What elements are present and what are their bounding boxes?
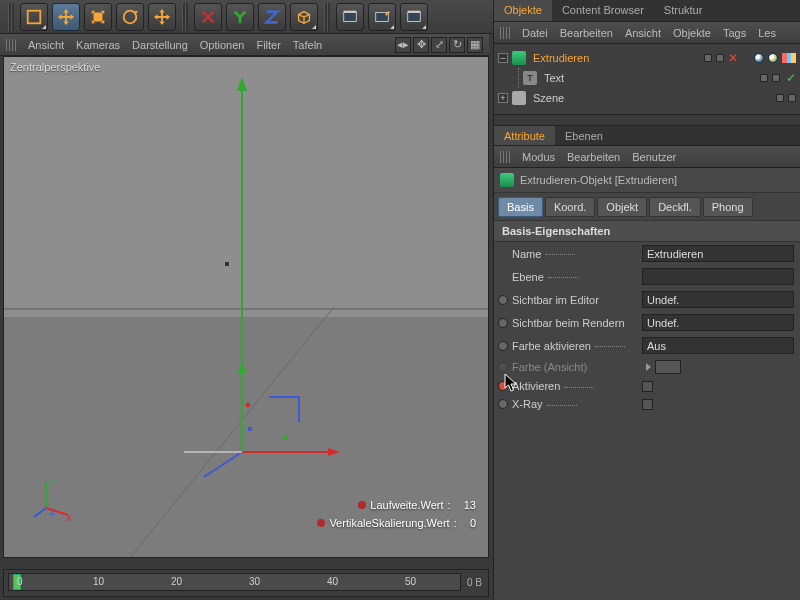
- prop-label: Aktivieren: [512, 380, 638, 392]
- null-icon: [512, 91, 526, 105]
- anim-dot[interactable]: [498, 318, 508, 328]
- visible-render-select[interactable]: [642, 314, 794, 331]
- object-label[interactable]: Text: [541, 72, 567, 84]
- menu-datei[interactable]: Datei: [522, 27, 548, 39]
- hud-laufweite: Laufweite.Wert : 13: [358, 499, 476, 511]
- subtab-phong[interactable]: Phong: [703, 197, 753, 217]
- render-image-tool[interactable]: [336, 3, 364, 31]
- z-axis-tool[interactable]: [258, 3, 286, 31]
- layer-dot[interactable]: [704, 54, 712, 62]
- menu-ansicht[interactable]: Ansicht: [28, 39, 64, 51]
- prop-label: Sichtbar im Editor: [512, 294, 638, 306]
- phong-tag-icon[interactable]: [754, 53, 764, 63]
- tab-ebenen[interactable]: Ebenen: [555, 126, 613, 145]
- menubar-grip: [6, 39, 16, 51]
- select-tool[interactable]: [20, 3, 48, 31]
- tag-icon[interactable]: [768, 53, 778, 63]
- enable-x-icon[interactable]: ✕: [728, 51, 738, 65]
- render-region-tool[interactable]: [368, 3, 396, 31]
- prop-label: Farbe (Ansicht): [512, 361, 638, 373]
- layer-dot[interactable]: [772, 74, 780, 82]
- menu-bearbeiten-attr[interactable]: Bearbeiten: [567, 151, 620, 163]
- svg-marker-11: [237, 77, 247, 91]
- svg-marker-14: [328, 448, 340, 456]
- y-axis-tool[interactable]: [226, 3, 254, 31]
- enable-check-icon[interactable]: ✓: [786, 71, 796, 85]
- color-enable-select[interactable]: [642, 337, 794, 354]
- anim-dot[interactable]: [498, 341, 508, 351]
- svg-marker-16: [238, 361, 246, 373]
- color-swatch[interactable]: [655, 360, 681, 374]
- view-nav-icon-4[interactable]: ↻: [449, 37, 465, 53]
- expander-icon[interactable]: +: [498, 93, 508, 103]
- view-nav-icon-5[interactable]: ▦: [467, 37, 483, 53]
- subtab-objekt[interactable]: Objekt: [597, 197, 647, 217]
- tab-attribute[interactable]: Attribute: [494, 126, 555, 145]
- view-nav-icon-2[interactable]: ✥: [413, 37, 429, 53]
- hud-vertikalskalierung: VertikaleSkalierung.Wert : 0: [317, 517, 476, 529]
- time-track[interactable]: 0 10 20 30 40 50: [8, 573, 461, 591]
- prop-visible-render: Sichtbar beim Rendern: [494, 311, 800, 334]
- time-readout: 0 B: [465, 577, 488, 590]
- anim-dot[interactable]: [498, 295, 508, 305]
- prop-label: Farbe aktivieren: [512, 340, 638, 352]
- menu-modus[interactable]: Modus: [522, 151, 555, 163]
- scale-tool[interactable]: [84, 3, 112, 31]
- menu-benutzer[interactable]: Benutzer: [632, 151, 676, 163]
- anim-dot[interactable]: [498, 399, 508, 409]
- view-nav-icon-3[interactable]: ⤢: [431, 37, 447, 53]
- menu-bearbeiten[interactable]: Bearbeiten: [560, 27, 613, 39]
- render-settings-tool[interactable]: [400, 3, 428, 31]
- rotate-tool[interactable]: [116, 3, 144, 31]
- enable-checkbox[interactable]: [642, 381, 653, 392]
- menu-darstellung[interactable]: Darstellung: [132, 39, 188, 51]
- menu-ansicht2[interactable]: Ansicht: [625, 27, 661, 39]
- layer-dot[interactable]: [788, 94, 796, 102]
- subtab-koord[interactable]: Koord.: [545, 197, 595, 217]
- move-tool[interactable]: [52, 3, 80, 31]
- svg-rect-20: [248, 427, 252, 431]
- layer-dot[interactable]: [776, 94, 784, 102]
- x-axis-tool[interactable]: [194, 3, 222, 31]
- expand-arrow-icon[interactable]: [646, 363, 651, 371]
- tab-struktur[interactable]: Struktur: [654, 0, 713, 21]
- timeline[interactable]: 0 10 20 30 40 50 0 B: [3, 569, 489, 597]
- menu-les[interactable]: Les: [758, 27, 776, 39]
- prop-label: Name: [512, 248, 638, 260]
- ebene-input[interactable]: [642, 268, 794, 285]
- cube-tool[interactable]: [290, 3, 318, 31]
- name-input[interactable]: [642, 245, 794, 262]
- prop-label: Sichtbar beim Rendern: [512, 317, 638, 329]
- prop-label: Ebene: [512, 271, 638, 283]
- tab-objekte[interactable]: Objekte: [494, 0, 552, 21]
- menu-kameras[interactable]: Kameras: [76, 39, 120, 51]
- subtab-deckfl[interactable]: Deckfl.: [649, 197, 701, 217]
- menu-filter[interactable]: Filter: [256, 39, 280, 51]
- hierarchy-row-text[interactable]: T Text ✓: [498, 68, 796, 88]
- object-label[interactable]: Szene: [530, 92, 567, 104]
- svg-line-17: [204, 452, 242, 477]
- layer-dot[interactable]: [760, 74, 768, 82]
- hierarchy-row-szene[interactable]: + Szene: [498, 88, 796, 108]
- layer-dot[interactable]: [716, 54, 724, 62]
- uniform-move-tool[interactable]: [148, 3, 176, 31]
- subtab-basis[interactable]: Basis: [498, 197, 543, 217]
- visible-editor-select[interactable]: [642, 291, 794, 308]
- hierarchy-row-extrudieren[interactable]: – Extrudieren ✕: [498, 48, 796, 68]
- object-label[interactable]: Extrudieren: [530, 52, 592, 64]
- menu-objekte[interactable]: Objekte: [673, 27, 711, 39]
- viewport[interactable]: Zentralperspektive Y: [3, 56, 489, 558]
- view-nav-icon-1[interactable]: ◂▸: [395, 37, 411, 53]
- extrude-icon: [512, 51, 526, 65]
- menu-optionen[interactable]: Optionen: [200, 39, 245, 51]
- tag-icon[interactable]: [782, 53, 796, 63]
- menu-tags[interactable]: Tags: [723, 27, 746, 39]
- expander-icon[interactable]: –: [498, 53, 508, 63]
- object-menubar-grip: [500, 27, 510, 39]
- tab-content-browser[interactable]: Content Browser: [552, 0, 654, 21]
- attribute-header: Extrudieren-Objekt [Extrudieren]: [494, 168, 800, 193]
- svg-rect-18: [246, 403, 250, 407]
- svg-line-26: [34, 508, 46, 517]
- menu-tafeln[interactable]: Tafeln: [293, 39, 322, 51]
- xray-checkbox[interactable]: [642, 399, 653, 410]
